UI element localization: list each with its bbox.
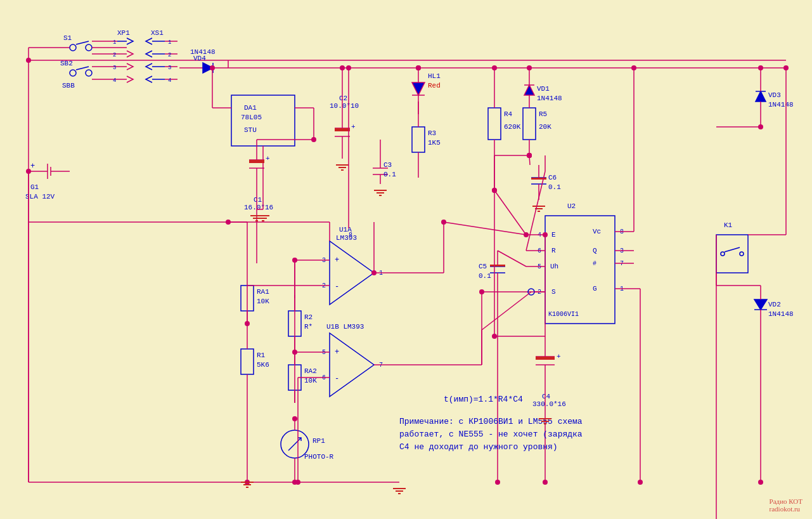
schematic-canvas <box>0 0 812 519</box>
watermark-line2: radiokot.ru <box>770 505 802 513</box>
watermark: Радио КОТ radiokot.ru <box>770 497 802 513</box>
watermark-line1: Радио КОТ <box>770 497 802 505</box>
